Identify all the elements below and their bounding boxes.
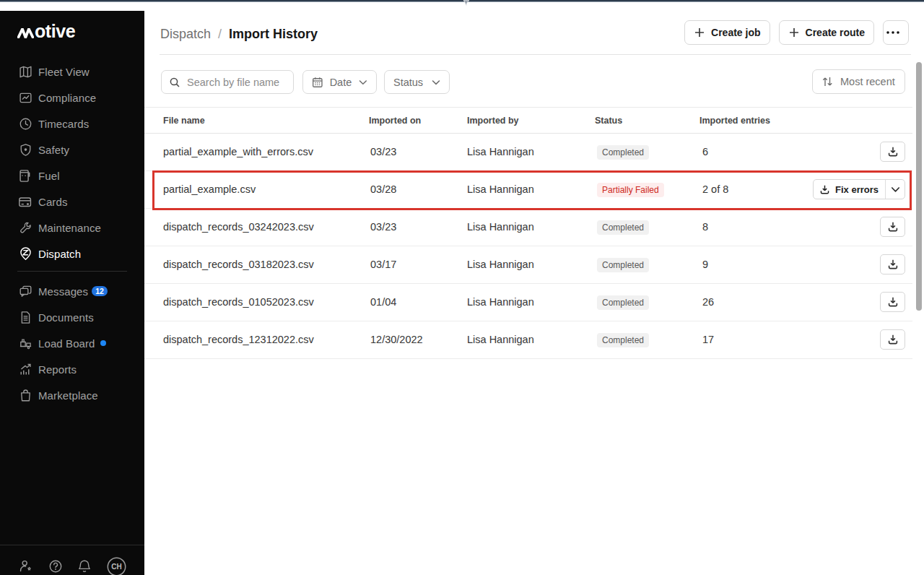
svg-text:CH: CH: [111, 563, 121, 571]
